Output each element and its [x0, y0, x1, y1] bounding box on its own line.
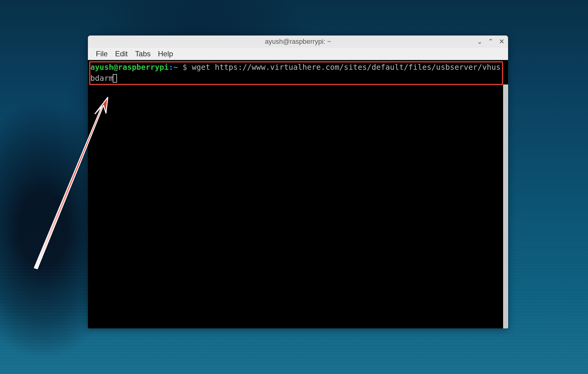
- prompt-colon: :: [169, 63, 173, 72]
- close-button[interactable]: ✕: [499, 38, 504, 45]
- window-titlebar[interactable]: ayush@raspberrypi: ~ ⌄ ⌃ ✕: [88, 36, 508, 48]
- menu-help[interactable]: Help: [155, 48, 176, 59]
- prompt-user-host: ayush@raspberrypi: [90, 63, 169, 72]
- prompt-symbol: $: [178, 63, 192, 72]
- terminal-body[interactable]: ayush@raspberrypi:~ $ wget https://www.v…: [88, 60, 508, 328]
- scrollbar-thumb[interactable]: [504, 84, 507, 328]
- menubar: File Edit Tabs Help: [88, 48, 508, 60]
- prompt-path: ~: [173, 63, 178, 72]
- window-controls: ⌄ ⌃ ✕: [477, 36, 504, 48]
- menu-tabs[interactable]: Tabs: [132, 48, 154, 59]
- terminal-cursor: [113, 74, 117, 83]
- terminal-content[interactable]: ayush@raspberrypi:~ $ wget https://www.v…: [90, 62, 502, 84]
- terminal-scrollbar[interactable]: [503, 84, 508, 328]
- maximize-button[interactable]: ⌃: [488, 38, 493, 45]
- minimize-button[interactable]: ⌄: [477, 38, 482, 45]
- window-title: ayush@raspberrypi: ~: [265, 38, 331, 46]
- menu-edit[interactable]: Edit: [112, 48, 131, 59]
- menu-file[interactable]: File: [93, 48, 111, 59]
- terminal-window: ayush@raspberrypi: ~ ⌄ ⌃ ✕ File Edit Tab…: [88, 36, 508, 328]
